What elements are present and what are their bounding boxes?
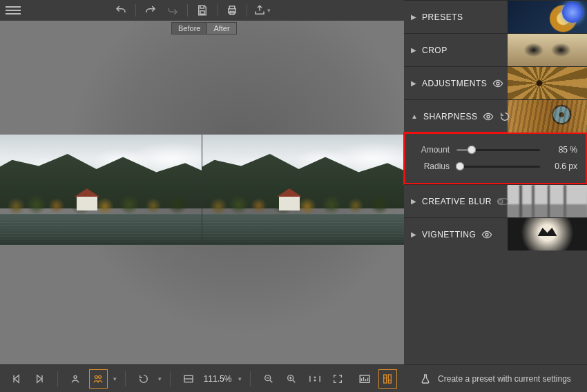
- after-pane: [202, 135, 404, 245]
- svg-point-16: [314, 380, 315, 380]
- zoom-in-icon: [286, 373, 297, 384]
- print-button[interactable]: [223, 1, 241, 19]
- fit-icon: [183, 373, 194, 384]
- visibility-toggle[interactable]: [481, 229, 492, 240]
- chevron-right-icon: ▶: [411, 46, 416, 54]
- visibility-toggle[interactable]: [492, 78, 503, 89]
- section-adjustments[interactable]: ▶ ADJUSTMENTS: [404, 66, 587, 99]
- print-icon: [226, 4, 238, 17]
- section-label: ADJUSTMENTS: [422, 79, 487, 88]
- radius-slider[interactable]: [456, 166, 540, 168]
- section-presets[interactable]: ▶ PRESETS: [404, 0, 587, 33]
- bottom-toolbar: ▾ ▾ 111.5% ▾: [0, 364, 404, 392]
- svg-point-11: [99, 375, 102, 378]
- section-thumb: [508, 34, 587, 66]
- slider-value: 0.6 px: [547, 161, 577, 171]
- svg-point-15: [314, 377, 315, 378]
- zoom-out-button[interactable]: [259, 369, 278, 389]
- create-preset-button[interactable]: Create a preset with current settings: [404, 364, 587, 392]
- visibility-toggle-off[interactable]: [497, 196, 508, 207]
- chevron-down-icon[interactable]: ▾: [158, 375, 162, 382]
- tab-before[interactable]: Before: [171, 22, 206, 35]
- slider-label: Amount: [414, 145, 450, 155]
- slider-label: Radius: [414, 161, 450, 171]
- editor-canvas[interactable]: [0, 21, 404, 364]
- reset-icon: [499, 111, 510, 122]
- slider-thumb[interactable]: [456, 162, 464, 170]
- chevron-down-icon: ▾: [267, 7, 271, 14]
- fullscreen-button[interactable]: [328, 369, 347, 389]
- right-panel: ▶ PRESETS ▶ CROP ▶ ADJUSTMENTS ▲ SHARPNE…: [404, 0, 587, 392]
- svg-point-24: [485, 233, 488, 236]
- section-vignetting[interactable]: ▶ VIGNETTING: [404, 217, 587, 251]
- compare-icon: [93, 373, 104, 384]
- section-thumb: [508, 185, 587, 217]
- section-thumb: [508, 218, 587, 251]
- section-sharpness[interactable]: ▲ SHARPNESS: [404, 99, 587, 133]
- section-thumb: [508, 100, 587, 133]
- redo-alt-button: [164, 1, 182, 19]
- tab-after[interactable]: After: [206, 22, 236, 35]
- skip-back-icon: [11, 373, 22, 384]
- menu-button[interactable]: [6, 6, 21, 14]
- amount-slider[interactable]: [456, 149, 540, 151]
- sharpness-controls: Amount 85 % Radius 0.6 px: [404, 133, 587, 184]
- redo-button[interactable]: [142, 1, 160, 19]
- reset-button[interactable]: [499, 111, 510, 122]
- undo-button[interactable]: [112, 1, 130, 19]
- section-label: VIGNETTING: [422, 230, 476, 239]
- svg-point-21: [487, 115, 490, 118]
- visibility-toggle[interactable]: [483, 111, 494, 122]
- section-label: CROP: [422, 46, 448, 55]
- section-thumb: [508, 67, 587, 99]
- histogram-icon: [358, 373, 371, 384]
- slider-thumb[interactable]: [468, 146, 476, 154]
- one-to-one-icon: [308, 373, 322, 384]
- single-view-button[interactable]: [66, 369, 85, 389]
- svg-rect-19: [389, 375, 392, 383]
- save-icon: [196, 4, 209, 17]
- before-pane: [0, 135, 202, 245]
- eye-icon: [492, 78, 503, 89]
- zoom-in-button[interactable]: [282, 369, 301, 389]
- fullscreen-icon: [332, 373, 343, 384]
- section-crop[interactable]: ▶ CROP: [404, 33, 587, 66]
- export-button[interactable]: ▾: [253, 1, 271, 19]
- slider-value: 85 %: [547, 145, 577, 155]
- section-thumb: [508, 1, 587, 33]
- redo-alt-icon: [166, 4, 179, 17]
- section-label: SHARPNESS: [423, 112, 478, 121]
- chevron-right-icon: ▶: [411, 79, 416, 87]
- histogram-button[interactable]: [355, 369, 374, 389]
- export-icon: [253, 4, 266, 17]
- eye-off-icon: [497, 197, 508, 206]
- skip-forward-icon: [34, 373, 45, 384]
- next-image-button[interactable]: [30, 369, 48, 389]
- eye-icon: [483, 111, 494, 122]
- sliders-icon: [382, 373, 393, 384]
- chevron-down-icon: ▲: [411, 112, 418, 120]
- section-label: CREATIVE BLUR: [422, 197, 492, 206]
- person-icon: [70, 373, 81, 384]
- undo-icon: [115, 4, 127, 17]
- save-button[interactable]: [193, 1, 211, 19]
- chevron-right-icon: ▶: [411, 231, 416, 238]
- svg-point-9: [74, 375, 77, 378]
- section-creative-blur[interactable]: ▶ CREATIVE BLUR: [404, 184, 587, 217]
- redo-icon: [144, 4, 157, 17]
- compare-view-button[interactable]: [89, 369, 108, 389]
- svg-point-23: [499, 199, 503, 203]
- create-preset-label: Create a preset with current settings: [438, 374, 571, 384]
- rotate-button[interactable]: [134, 369, 153, 389]
- svg-point-20: [497, 82, 499, 85]
- adjustments-toggle-button[interactable]: [378, 369, 397, 389]
- prev-image-button[interactable]: [7, 369, 26, 389]
- zoom-1to1-button[interactable]: [305, 369, 324, 389]
- compare-tabs: Before After: [171, 22, 237, 35]
- chevron-down-icon[interactable]: ▾: [238, 375, 242, 382]
- svg-rect-0: [200, 11, 204, 14]
- fit-screen-button[interactable]: [179, 369, 198, 389]
- section-label: PRESETS: [422, 12, 463, 22]
- chevron-down-icon[interactable]: ▾: [113, 375, 117, 382]
- radius-slider-row: Radius 0.6 px: [414, 158, 577, 175]
